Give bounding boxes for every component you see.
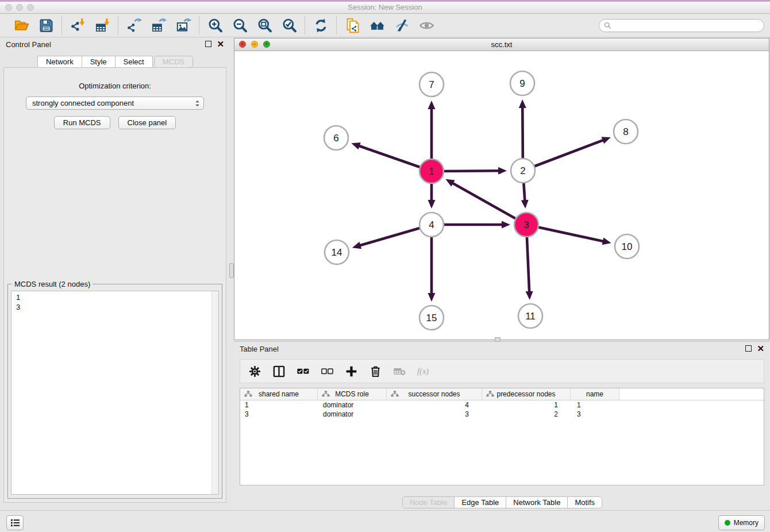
column-header-label: name <box>586 390 603 398</box>
list-icon <box>10 518 20 527</box>
tab-network[interactable]: Network <box>37 56 82 68</box>
header-filler <box>619 388 764 400</box>
graph-edge-arrowhead <box>428 293 436 302</box>
table-cell[interactable]: 2 <box>482 410 571 418</box>
close-panel-icon[interactable]: ✕ <box>217 41 224 47</box>
table-panel-title: Table Panel <box>240 345 279 353</box>
table-cell[interactable]: dominator <box>318 410 387 418</box>
refresh-icon[interactable] <box>313 17 329 33</box>
settings-gear-icon[interactable] <box>248 365 261 378</box>
task-history-button[interactable] <box>6 515 24 530</box>
table-toolbar: f(x) <box>240 359 764 383</box>
column-tree-icon <box>244 391 252 397</box>
optimization-label: Optimization criterion: <box>4 82 226 90</box>
zoom-selected-icon[interactable] <box>281 17 297 33</box>
table-cell[interactable]: dominator <box>318 401 387 409</box>
graph-node-label: 6 <box>333 133 338 144</box>
graph-node-label: 14 <box>332 247 342 258</box>
frame-close-icon[interactable]: × <box>239 41 246 48</box>
graph-edge-2-8[interactable] <box>523 140 604 171</box>
tab-node-table[interactable]: Node Table <box>402 496 455 508</box>
column-header-label: MCDS role <box>335 390 369 398</box>
tab-select[interactable]: Select <box>115 56 153 68</box>
main-toolbar <box>0 14 770 37</box>
table-cell[interactable]: 1 <box>571 401 619 409</box>
new-network-from-file-icon[interactable] <box>344 17 360 33</box>
search-icon <box>604 22 611 29</box>
table-cell[interactable]: 3 <box>240 410 318 418</box>
tab-style[interactable]: Style <box>82 56 116 68</box>
network-view-frame: × − + scc.txt 7968124314101511 <box>234 38 769 340</box>
app-titlebar: Session: New Session <box>0 2 770 14</box>
table-cell[interactable]: 1 <box>482 401 571 409</box>
graph-node-label: 11 <box>525 311 536 322</box>
mcds-result-list[interactable]: 1 3 <box>11 291 219 495</box>
network-frame-titlebar[interactable]: × − + scc.txt <box>234 38 769 51</box>
table-cell[interactable]: 4 <box>387 401 482 409</box>
export-image-icon[interactable] <box>175 17 191 33</box>
column-header-shared-name[interactable]: shared name <box>240 388 318 400</box>
frame-minimize-icon[interactable]: − <box>251 41 258 48</box>
tab-network-table[interactable]: Network Table <box>506 496 568 508</box>
close-table-panel-icon[interactable]: ✕ <box>757 345 764 352</box>
table-cell[interactable]: 1 <box>240 401 318 409</box>
save-session-icon[interactable] <box>38 17 54 33</box>
memory-button[interactable]: Memory <box>718 515 765 530</box>
delete-column-icon[interactable] <box>369 365 382 378</box>
tab-mcds[interactable]: MCDS <box>154 56 193 68</box>
horizontal-splitter-handle[interactable] <box>495 337 500 342</box>
column-header-name[interactable]: name <box>571 388 619 400</box>
graph-edge-arrowhead <box>526 291 533 300</box>
graph-edge-arrowhead <box>352 242 361 249</box>
control-panel: Control Panel ✕ NetworkStyleSelectMCDS O… <box>0 38 230 510</box>
graph-node-label: 4 <box>429 219 434 230</box>
vertical-splitter-handle[interactable] <box>229 263 234 278</box>
run-mcds-button[interactable]: Run MCDS <box>54 116 110 129</box>
hide-graphics-details-icon[interactable] <box>394 17 410 33</box>
float-panel-icon[interactable] <box>205 41 211 47</box>
open-session-icon[interactable] <box>13 17 29 33</box>
zoom-out-icon[interactable] <box>232 17 248 33</box>
export-network-icon[interactable] <box>126 17 142 33</box>
unselect-all-checkboxes-icon[interactable] <box>321 365 334 378</box>
zoom-fit-icon[interactable] <box>256 17 272 33</box>
column-header-predecessor-nodes[interactable]: predecessor nodes <box>482 388 571 400</box>
home-icon[interactable] <box>369 17 385 33</box>
graph-node-label: 9 <box>519 78 525 89</box>
table-cell[interactable]: 3 <box>571 410 619 418</box>
mcds-panel: Optimization criterion: strongly connect… <box>3 67 226 503</box>
result-scrollbar[interactable] <box>211 291 218 494</box>
graph-node-label: 3 <box>523 219 529 230</box>
tab-motifs[interactable]: Motifs <box>567 496 602 508</box>
control-panel-tabs: NetworkStyleSelectMCDS <box>0 56 230 68</box>
table-row[interactable]: 3dominator323 <box>240 410 764 419</box>
frame-maximize-icon[interactable]: + <box>263 41 270 48</box>
search-box[interactable] <box>599 19 764 32</box>
zoom-in-icon[interactable] <box>207 17 223 33</box>
add-column-icon[interactable] <box>345 365 358 378</box>
optimization-select[interactable]: strongly connected component <box>26 97 204 110</box>
graph-edge-arrowhead <box>428 101 436 109</box>
float-table-panel-icon[interactable] <box>745 345 752 352</box>
select-chevrons-icon <box>195 99 200 107</box>
svg-text:f(x): f(x) <box>417 367 429 376</box>
export-table-icon[interactable] <box>151 17 167 33</box>
column-header-label: predecessor nodes <box>496 390 555 398</box>
network-canvas[interactable]: 7968124314101511 <box>234 51 769 340</box>
column-header-MCDS-role[interactable]: MCDS role <box>318 388 387 400</box>
table-cell[interactable]: 3 <box>387 410 482 418</box>
graph-edge-arrowhead <box>521 200 529 209</box>
app-title: Session: New Session <box>0 3 770 11</box>
import-network-icon[interactable] <box>70 17 86 33</box>
tab-edge-table[interactable]: Edge Table <box>454 496 506 508</box>
search-input[interactable] <box>614 21 759 30</box>
table-row[interactable]: 1dominator411 <box>240 400 764 410</box>
close-panel-button[interactable]: Close panel <box>118 116 176 129</box>
show-column-panel-icon[interactable] <box>272 365 286 378</box>
mcds-result-group: MCDS result (2 nodes) 1 3 <box>7 284 222 499</box>
table-panel: Table Panel ✕ f(x) shared nameMCDS roles… <box>234 341 770 510</box>
import-table-icon[interactable] <box>94 17 110 33</box>
select-all-checkboxes-icon[interactable] <box>297 365 310 378</box>
delete-table-icon <box>393 365 406 378</box>
column-header-successor-nodes[interactable]: successor nodes <box>387 388 482 400</box>
